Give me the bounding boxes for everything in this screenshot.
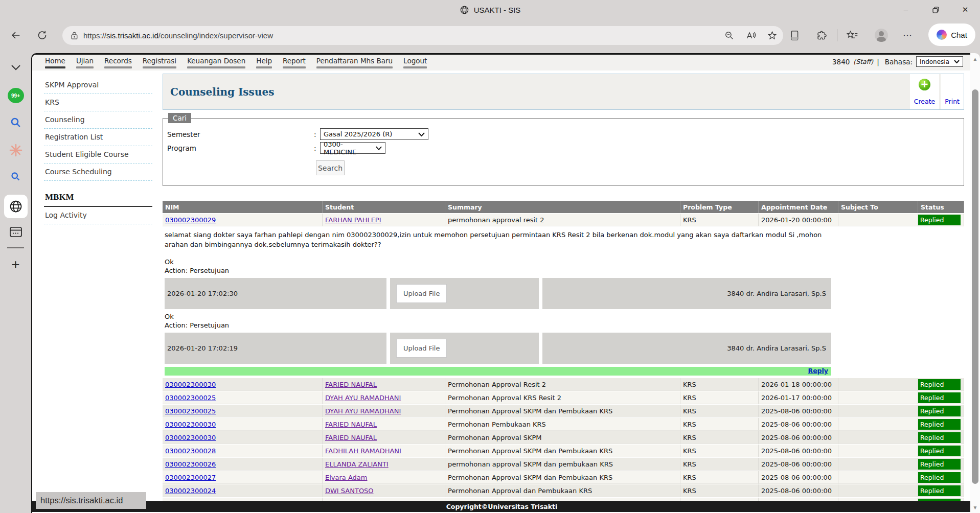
nav-item-underline [187,66,245,68]
top-nav-item-help[interactable]: Help [256,57,272,68]
nav-item-label: Records [104,57,132,65]
messenger-badge-icon[interactable]: 99+ [0,88,31,103]
vertical-scrollbar[interactable]: ▲ ▼ [970,53,980,513]
read-aloud-icon[interactable] [745,31,756,40]
sidebar-item-skpm-approval[interactable]: SKPM Approval [44,77,152,94]
top-nav-item-pendaftaran-mhs-baru[interactable]: Pendaftaran Mhs Baru [316,57,393,68]
zoom-out-icon[interactable] [724,31,734,40]
reply-meta-row: 2026-01-20 17:02:19 Upload File 3840 dr.… [165,333,831,364]
student-link[interactable]: DWI SANTOSO [325,487,374,495]
nim-link[interactable]: 030002300024 [165,487,216,495]
reading-list-icon[interactable] [790,19,800,51]
status-badge: Replied [918,446,961,456]
upload-file-button[interactable]: Upload File [396,284,447,303]
status-cell: Replied [918,484,964,497]
program-select[interactable]: 0300-MEDICINE [320,142,385,154]
student-link[interactable]: FARIED NAUFAL [325,421,377,428]
browser-toolbar: https://sis.trisakti.ac.id/counseling/in… [0,19,980,51]
close-button[interactable]: ✕ [950,0,980,19]
appointment-date-cell: 2025-08-06 00:00:00 [759,431,838,444]
student-link[interactable]: FARHAN PAHLEPI [325,216,381,224]
appointment-date-cell: 2025-08-06 00:00:00 [759,418,838,431]
collapse-chevron-icon[interactable] [0,64,31,71]
sidebar-item-student-eligible-course[interactable]: Student Eligible Course [44,146,152,164]
nim-link[interactable]: 030002300026 [165,460,216,468]
address-bar[interactable]: https://sis.trisakti.ac.id/counseling/in… [62,26,783,45]
semester-select[interactable]: Gasal 2025/2026 (R) [320,128,428,140]
status-badge: Replied [918,419,961,430]
student-link[interactable]: FADHILAH RAMADHANI [325,447,401,455]
nim-link[interactable]: 030002300030 [165,381,216,388]
refresh-icon[interactable] [37,30,48,41]
status-cell: Replied [918,431,964,444]
more-options-icon[interactable]: ⋯ [903,19,912,51]
nav-item-underline [104,66,132,68]
nim-link[interactable]: 030002300027 [165,474,216,481]
extensions-icon[interactable] [815,19,827,51]
top-nav-item-registrasi[interactable]: Registrasi [143,57,176,68]
sidebar-item-registration-list[interactable]: Registration List [44,129,152,146]
browser-titlebar: USAKTI - SIS – ✕ [0,0,980,19]
nim-cell: 030002300027 [163,471,323,484]
back-icon[interactable] [10,30,21,41]
appointment-date-cell: 2025-08-06 00:00:00 [759,405,838,417]
minimize-button[interactable]: – [891,0,921,19]
top-nav-item-report[interactable]: Report [283,57,306,68]
reply-note: Ok [165,312,831,321]
upload-file-button[interactable]: Upload File [396,339,447,358]
workspaces-icon[interactable] [0,226,31,238]
active-site-globe-icon[interactable] [0,195,31,218]
student-link[interactable]: DYAH AYU RAMADHANI [325,407,401,415]
profile-avatar[interactable] [875,19,888,51]
copilot-chat-button[interactable]: Chat [928,24,975,46]
sidebar-item-krs[interactable]: KRS [44,94,152,111]
favorites-bar-icon[interactable] [846,19,858,51]
reply-link[interactable]: Reply [808,367,828,375]
problem-type-cell: KRS [680,445,759,457]
print-button[interactable]: Print [941,74,964,109]
top-nav-item-logout[interactable]: Logout [403,57,427,68]
student-link[interactable]: FARIED NAUFAL [325,381,377,388]
scroll-down-icon[interactable]: ▼ [970,505,980,510]
student-link[interactable]: Elvara Adam [325,474,367,481]
reply-author: 3840 dr. Andira Larasari, Sp.S [542,333,831,364]
nim-link[interactable]: 030002300030 [165,421,216,428]
sidebar-item-counseling[interactable]: Counseling [44,111,152,129]
active-tab[interactable]: USAKTI - SIS [0,0,980,19]
appointment-date-cell: 2026-01-20 00:00:00 [759,214,838,226]
status-cell: Replied [918,445,964,457]
nim-link[interactable]: 030002300025 [165,407,216,415]
create-button[interactable]: + Create [910,74,940,109]
top-nav-item-records[interactable]: Records [104,57,132,68]
column-header-appointment-date: Appointment Date [759,201,838,213]
language-label: Bahasa: [885,58,913,66]
nim-link[interactable]: 030002300030 [165,434,216,441]
nim-link[interactable]: 030002300029 [165,216,216,224]
student-cell: Elvara Adam [323,471,445,484]
restore-button[interactable] [921,0,950,19]
scroll-up-icon[interactable]: ▲ [970,56,980,62]
student-link[interactable]: ELLANDA ZALIANTI [325,460,389,468]
program-label: Program [167,144,314,152]
sparkle-asterisk-icon[interactable] [0,144,31,157]
student-link[interactable]: FARIED NAUFAL [325,434,377,441]
favorite-star-icon[interactable] [767,31,777,40]
search-rail-icon-2[interactable] [0,171,31,182]
summary-cell: Permohonan Approval SKPM dan Pembukaan K… [445,445,680,457]
chevron-down-icon [418,132,425,136]
student-link[interactable]: DYAH AYU RAMADHANI [325,394,401,402]
nim-link[interactable]: 030002300025 [165,394,216,402]
status-badge: Replied [918,379,961,390]
nim-link[interactable]: 030002300028 [165,447,216,455]
search-rail-icon[interactable] [0,116,31,129]
top-nav-item-keuangan-dosen[interactable]: Keuangan Dosen [187,57,245,68]
search-button[interactable]: Search [316,160,345,175]
problem-type-cell: KRS [680,391,759,404]
scrollbar-thumb[interactable] [972,89,978,484]
sidebar-item-log-activity[interactable]: Log Activity [44,207,152,224]
language-select[interactable]: Indonesia [916,56,963,67]
top-nav-item-ujian[interactable]: Ujian [76,57,94,68]
add-rail-item-icon[interactable]: + [0,256,31,273]
top-nav-item-home[interactable]: Home [45,57,65,68]
sidebar-item-course-scheduling[interactable]: Course Scheduling [44,164,152,181]
